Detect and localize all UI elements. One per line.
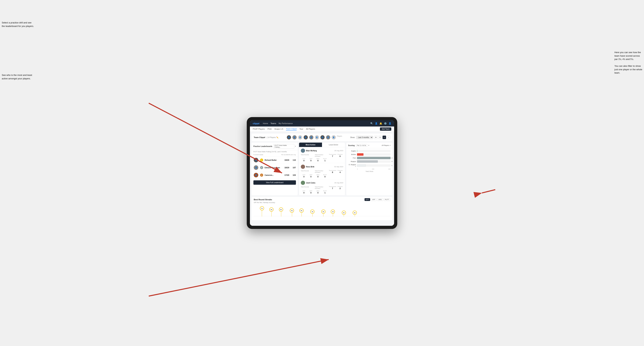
streak-point: 5x	[290, 208, 294, 216]
activity-item: Blair McHarg 26 Aug 2023 Total Rounds To…	[299, 147, 345, 163]
avatar[interactable]: 👤	[298, 135, 302, 140]
sub-nav-tour[interactable]: Tour	[300, 128, 303, 130]
chevron-down-icon[interactable]: ▾	[390, 145, 390, 146]
streak-btn-app[interactable]: APP	[371, 198, 376, 201]
chart-row-eagles: Eagles 3	[348, 150, 390, 152]
avatar[interactable]: 👤	[303, 135, 308, 140]
streak-stem	[281, 212, 281, 216]
lb-player-name: Richard Butler	[264, 159, 282, 161]
avatar[interactable]: 👤	[309, 135, 314, 140]
avatar[interactable]: 👤	[326, 135, 330, 140]
drill-selector: PUTT Must Make Putting... ▾	[273, 144, 296, 149]
people-icon[interactable]: 👤	[375, 122, 378, 125]
chart-bar-pars	[357, 157, 390, 159]
activity-avatar	[301, 181, 305, 185]
avatar[interactable]: 👤	[320, 135, 325, 140]
streak-stem	[344, 215, 344, 216]
scoring-chart: Eagles 3 Birdies 96	[346, 148, 392, 174]
leaderboard-card: Practice Leaderboards PUTT Must Make Put…	[252, 143, 298, 195]
sub-nav-pga[interactable]: PGA	[268, 128, 272, 130]
streaks-buttons: OTT APP ARG PUTT	[364, 198, 390, 201]
tab-least-active[interactable]: Least Active	[322, 143, 345, 147]
streak-btn-putt[interactable]: PUTT	[384, 198, 390, 201]
lb-avg: 103	[291, 174, 296, 176]
streak-stem	[302, 213, 302, 216]
stat-arg: ARG 0	[315, 158, 321, 162]
sub-nav-team-clippd[interactable]: Team Clippd	[286, 128, 296, 131]
scoring-par-filter[interactable]: Par 3, 4 & 5s	[356, 144, 367, 147]
streak-btn-arg[interactable]: ARG	[377, 198, 383, 201]
drill-name[interactable]: PUTT Must Make Putting...	[273, 144, 294, 149]
avatar[interactable]: 👤	[286, 135, 292, 140]
total-rounds-label: Total Rounds	[301, 170, 314, 173]
chevron-down-icon[interactable]: ▾	[368, 145, 369, 146]
streak-stem	[262, 210, 262, 216]
streak-btn-ott[interactable]: OTT	[364, 198, 370, 201]
nav-icons: 🔍 👤 🔔 ⚙️ 👤	[370, 122, 391, 125]
grid-small-icon[interactable]: ⊟	[378, 136, 382, 139]
nav-item-performance[interactable]: My Performance	[278, 122, 293, 124]
lb-avatar: 👤	[254, 165, 259, 170]
sub-nav-pgat[interactable]: PGAT Players	[253, 128, 265, 130]
total-shots-label: Total Shots	[348, 171, 390, 172]
grid-large-icon[interactable]: ⊞	[374, 136, 378, 139]
tab-most-active[interactable]: Most Active	[299, 143, 322, 147]
activity-date: 26 Aug 2023	[334, 182, 343, 184]
streaks-chart: 7x 6x 6x 5x 5x 4x 4x 4x 3x 3x	[254, 205, 390, 219]
lb-avg: 110	[291, 159, 296, 161]
sort-icon[interactable]: ↕	[387, 136, 390, 139]
streak-point: 4x	[310, 209, 314, 216]
activity-player-row: Blair McHarg 26 Aug 2023	[301, 149, 343, 153]
nav-item-home[interactable]: Home	[263, 122, 268, 124]
team-count: | 14 Players ✏️	[266, 137, 278, 138]
avatar[interactable]: 👤	[314, 135, 320, 140]
chevron-down-icon[interactable]: ▾	[295, 145, 296, 147]
lb-col-score: PB SCORE	[281, 154, 288, 156]
streak-bubble: 4x	[331, 209, 335, 214]
activity-stats: Total Rounds Total Practice Activities T…	[301, 170, 343, 178]
view-leaderboard-button[interactable]: View Full Leaderboard	[254, 180, 296, 185]
sub-nav-all-players[interactable]: All Players	[306, 128, 315, 130]
lb-col-player: PLAYER NAME	[254, 154, 281, 156]
activity-player-name: Josh Coles	[306, 182, 334, 184]
sub-nav-hcaps[interactable]: Hcaps 1-5	[274, 128, 283, 130]
lb-score: 17/20	[283, 174, 289, 176]
streaks-subtitle: Off The Tee, Fairway Accuracy	[254, 202, 390, 203]
lb-score: 18/20	[283, 167, 289, 169]
nav-item-teams[interactable]: Teams	[270, 122, 276, 124]
settings-icon[interactable]: ⚙️	[384, 122, 387, 125]
scoring-card: Scoring Par 3, 4 & 5s ▾ All Players ▾ Ea…	[346, 143, 392, 195]
chart-bar-dbogeys	[357, 164, 366, 167]
lb-rank-1: 1	[260, 159, 263, 162]
chart-label-eagles: Eagles	[348, 150, 356, 152]
annotation-top-left: Select a practice drill and seethe leade…	[2, 21, 34, 28]
nav-bar: clippd Home Teams My Performance 🔍 👤 🔔 ⚙…	[250, 120, 394, 127]
streak-point: 4x	[321, 209, 326, 216]
bell-icon[interactable]: 🔔	[380, 122, 382, 125]
activity-tabs: Most Active Least Active	[299, 143, 345, 147]
tablet-screen: clippd Home Teams My Performance 🔍 👤 🔔 ⚙…	[250, 120, 394, 226]
streak-point: 5x	[300, 208, 304, 216]
avatar[interactable]: 👤	[331, 135, 336, 140]
activity-card: Most Active Least Active Blair McHarg 26…	[299, 143, 345, 195]
user-avatar-icon[interactable]: 👤	[388, 122, 391, 125]
chart-label-bogeys: Bogeys	[348, 161, 356, 162]
add-team-button[interactable]: Add Team	[380, 127, 391, 131]
activity-player-name: Rees Britt	[306, 166, 334, 168]
search-icon[interactable]: 🔍	[370, 122, 373, 125]
streak-bubble: 4x	[310, 209, 314, 214]
lb-player-name: Cameron...	[264, 174, 282, 176]
activity-date: 02 Sep 2023	[334, 166, 343, 168]
activity-avatar	[301, 149, 305, 153]
chart-bar-birdies	[357, 153, 363, 156]
stat-putt: PUTT 1	[322, 190, 328, 194]
show-period-select[interactable]: Last 3 months	[356, 136, 373, 139]
list-icon[interactable]: ≡	[382, 136, 386, 139]
streak-bubble: 6x	[269, 207, 274, 212]
drill-subtitle: PUTT Must Make Putting (3-6 ft), Last 3 …	[252, 150, 298, 153]
annotation-top-right: Here you can see how theteam have scored…	[614, 51, 642, 75]
stat-ott: OTT 0	[301, 174, 307, 178]
show-label: Show:	[350, 137, 355, 138]
avatar[interactable]: 👤	[292, 135, 297, 140]
activity-stats: Total Rounds Total Practice Activities T…	[301, 186, 343, 194]
